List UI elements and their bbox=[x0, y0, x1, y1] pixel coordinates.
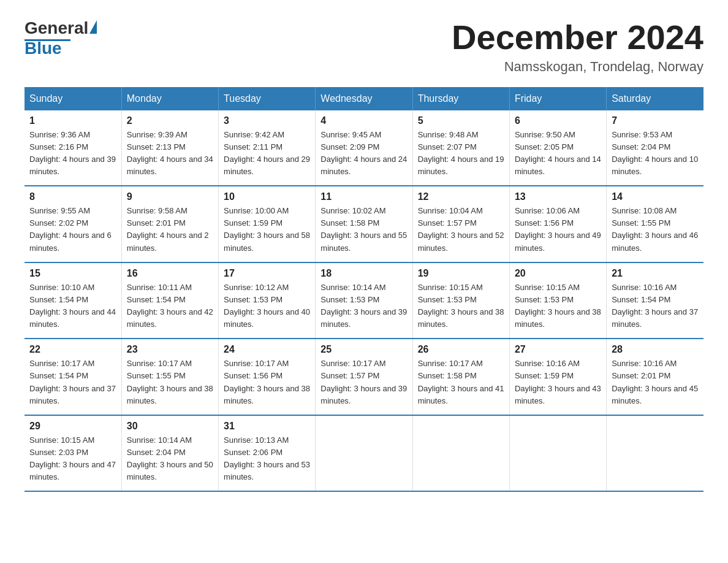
day-info: Sunrise: 10:17 AMSunset: 1:55 PMDaylight… bbox=[127, 358, 213, 407]
calendar-cell: 16Sunrise: 10:11 AMSunset: 1:54 PMDaylig… bbox=[121, 262, 218, 339]
day-number: 19 bbox=[418, 268, 504, 279]
day-number: 17 bbox=[224, 268, 310, 279]
day-info: Sunrise: 10:04 AMSunset: 1:57 PMDaylight… bbox=[418, 205, 504, 255]
day-number: 22 bbox=[29, 344, 116, 355]
day-info: Sunrise: 10:10 AMSunset: 1:54 PMDaylight… bbox=[29, 282, 116, 331]
logo-text: General bbox=[25, 18, 97, 38]
day-info: Sunrise: 10:02 AMSunset: 1:58 PMDaylight… bbox=[320, 205, 407, 255]
day-info: Sunrise: 10:17 AMSunset: 1:56 PMDaylight… bbox=[224, 358, 310, 407]
day-info: Sunrise: 10:11 AMSunset: 1:54 PMDaylight… bbox=[127, 282, 213, 331]
week-row-5: 29Sunrise: 10:15 AMSunset: 2:03 PMDaylig… bbox=[25, 415, 703, 492]
month-title: December 2024 bbox=[452, 18, 703, 56]
day-number: 23 bbox=[127, 344, 213, 355]
col-header-friday: Friday bbox=[509, 87, 606, 110]
day-number: 14 bbox=[612, 191, 699, 202]
calendar-cell: 23Sunrise: 10:17 AMSunset: 1:55 PMDaylig… bbox=[121, 339, 218, 415]
day-info: Sunrise: 9:48 AMSunset: 2:07 PMDaylight:… bbox=[418, 129, 504, 178]
page-header: General Blue December 2024 Namsskogan, T… bbox=[25, 18, 703, 75]
day-info: Sunrise: 9:42 AMSunset: 2:11 PMDaylight:… bbox=[224, 129, 310, 178]
day-info: Sunrise: 10:17 AMSunset: 1:54 PMDaylight… bbox=[29, 358, 116, 407]
day-info: Sunrise: 10:16 AMSunset: 2:01 PMDaylight… bbox=[612, 358, 699, 407]
day-number: 10 bbox=[224, 191, 310, 202]
calendar-cell: 18Sunrise: 10:14 AMSunset: 1:53 PMDaylig… bbox=[316, 262, 412, 339]
calendar-cell: 5Sunrise: 9:48 AMSunset: 2:07 PMDaylight… bbox=[412, 110, 509, 186]
day-number: 29 bbox=[29, 421, 116, 432]
calendar-cell: 28Sunrise: 10:16 AMSunset: 2:01 PMDaylig… bbox=[607, 339, 703, 415]
logo: General Blue bbox=[25, 18, 97, 58]
week-row-3: 15Sunrise: 10:10 AMSunset: 1:54 PMDaylig… bbox=[25, 262, 703, 339]
day-number: 21 bbox=[612, 268, 699, 279]
calendar-cell: 2Sunrise: 9:39 AMSunset: 2:13 PMDaylight… bbox=[121, 110, 218, 186]
day-number: 27 bbox=[515, 344, 601, 355]
calendar-cell: 24Sunrise: 10:17 AMSunset: 1:56 PMDaylig… bbox=[219, 339, 316, 415]
day-number: 26 bbox=[418, 344, 504, 355]
day-number: 25 bbox=[320, 344, 407, 355]
calendar-cell: 8Sunrise: 9:55 AMSunset: 2:02 PMDaylight… bbox=[25, 186, 121, 262]
calendar-cell: 26Sunrise: 10:17 AMSunset: 1:58 PMDaylig… bbox=[412, 339, 509, 415]
col-header-wednesday: Wednesday bbox=[316, 87, 412, 110]
calendar-cell: 15Sunrise: 10:10 AMSunset: 1:54 PMDaylig… bbox=[25, 262, 121, 339]
col-header-monday: Monday bbox=[121, 87, 218, 110]
day-number: 6 bbox=[515, 115, 601, 126]
calendar-cell: 4Sunrise: 9:45 AMSunset: 2:09 PMDaylight… bbox=[316, 110, 412, 186]
calendar-cell: 6Sunrise: 9:50 AMSunset: 2:05 PMDaylight… bbox=[509, 110, 606, 186]
location: Namsskogan, Trondelag, Norway bbox=[452, 59, 703, 75]
calendar-cell bbox=[412, 415, 509, 492]
calendar-cell bbox=[509, 415, 606, 492]
day-info: Sunrise: 9:36 AMSunset: 2:16 PMDaylight:… bbox=[29, 129, 116, 178]
day-number: 24 bbox=[224, 344, 310, 355]
day-number: 8 bbox=[29, 191, 116, 202]
calendar-cell bbox=[316, 415, 412, 492]
day-number: 18 bbox=[320, 268, 407, 279]
day-info: Sunrise: 9:50 AMSunset: 2:05 PMDaylight:… bbox=[515, 129, 601, 178]
day-number: 2 bbox=[127, 115, 213, 126]
calendar-cell: 22Sunrise: 10:17 AMSunset: 1:54 PMDaylig… bbox=[25, 339, 121, 415]
day-info: Sunrise: 10:00 AMSunset: 1:59 PMDaylight… bbox=[224, 205, 310, 255]
day-info: Sunrise: 9:39 AMSunset: 2:13 PMDaylight:… bbox=[127, 129, 213, 178]
calendar-cell: 11Sunrise: 10:02 AMSunset: 1:58 PMDaylig… bbox=[316, 186, 412, 262]
title-block: December 2024 Namsskogan, Trondelag, Nor… bbox=[452, 18, 703, 75]
logo-blue-text: Blue bbox=[25, 39, 62, 58]
week-row-2: 8Sunrise: 9:55 AMSunset: 2:02 PMDaylight… bbox=[25, 186, 703, 262]
day-info: Sunrise: 9:58 AMSunset: 2:01 PMDaylight:… bbox=[127, 205, 213, 255]
calendar-cell: 25Sunrise: 10:17 AMSunset: 1:57 PMDaylig… bbox=[316, 339, 412, 415]
col-header-saturday: Saturday bbox=[607, 87, 703, 110]
calendar-cell: 13Sunrise: 10:06 AMSunset: 1:56 PMDaylig… bbox=[509, 186, 606, 262]
col-header-tuesday: Tuesday bbox=[219, 87, 316, 110]
calendar-cell: 27Sunrise: 10:16 AMSunset: 1:59 PMDaylig… bbox=[509, 339, 606, 415]
calendar-cell: 20Sunrise: 10:15 AMSunset: 1:53 PMDaylig… bbox=[509, 262, 606, 339]
calendar-cell: 10Sunrise: 10:00 AMSunset: 1:59 PMDaylig… bbox=[219, 186, 316, 262]
day-number: 5 bbox=[418, 115, 504, 126]
day-info: Sunrise: 10:14 AMSunset: 2:04 PMDaylight… bbox=[127, 434, 213, 484]
calendar-cell: 19Sunrise: 10:15 AMSunset: 1:53 PMDaylig… bbox=[412, 262, 509, 339]
calendar-cell: 21Sunrise: 10:16 AMSunset: 1:54 PMDaylig… bbox=[607, 262, 703, 339]
day-number: 30 bbox=[127, 421, 213, 432]
logo-general: General bbox=[25, 18, 88, 38]
day-number: 28 bbox=[612, 344, 699, 355]
calendar-cell: 1Sunrise: 9:36 AMSunset: 2:16 PMDaylight… bbox=[25, 110, 121, 186]
day-info: Sunrise: 10:15 AMSunset: 1:53 PMDaylight… bbox=[515, 282, 601, 331]
col-header-thursday: Thursday bbox=[412, 87, 509, 110]
day-info: Sunrise: 10:08 AMSunset: 1:55 PMDaylight… bbox=[612, 205, 699, 255]
day-info: Sunrise: 10:12 AMSunset: 1:53 PMDaylight… bbox=[224, 282, 310, 331]
day-info: Sunrise: 9:55 AMSunset: 2:02 PMDaylight:… bbox=[29, 205, 116, 255]
day-number: 20 bbox=[515, 268, 601, 279]
day-number: 31 bbox=[224, 421, 310, 432]
day-info: Sunrise: 10:06 AMSunset: 1:56 PMDaylight… bbox=[515, 205, 601, 255]
day-number: 7 bbox=[612, 115, 699, 126]
day-number: 16 bbox=[127, 268, 213, 279]
day-info: Sunrise: 10:16 AMSunset: 1:54 PMDaylight… bbox=[612, 282, 699, 331]
day-number: 11 bbox=[320, 191, 407, 202]
day-info: Sunrise: 10:15 AMSunset: 2:03 PMDaylight… bbox=[29, 434, 116, 484]
calendar-cell: 3Sunrise: 9:42 AMSunset: 2:11 PMDaylight… bbox=[219, 110, 316, 186]
day-info: Sunrise: 10:17 AMSunset: 1:58 PMDaylight… bbox=[418, 358, 504, 407]
calendar-cell: 9Sunrise: 9:58 AMSunset: 2:01 PMDaylight… bbox=[121, 186, 218, 262]
day-info: Sunrise: 9:45 AMSunset: 2:09 PMDaylight:… bbox=[320, 129, 407, 178]
week-row-4: 22Sunrise: 10:17 AMSunset: 1:54 PMDaylig… bbox=[25, 339, 703, 415]
calendar-table: SundayMondayTuesdayWednesdayThursdayFrid… bbox=[25, 87, 703, 492]
col-header-sunday: Sunday bbox=[25, 87, 121, 110]
day-number: 3 bbox=[224, 115, 310, 126]
day-number: 12 bbox=[418, 191, 504, 202]
day-number: 9 bbox=[127, 191, 213, 202]
day-number: 1 bbox=[29, 115, 116, 126]
